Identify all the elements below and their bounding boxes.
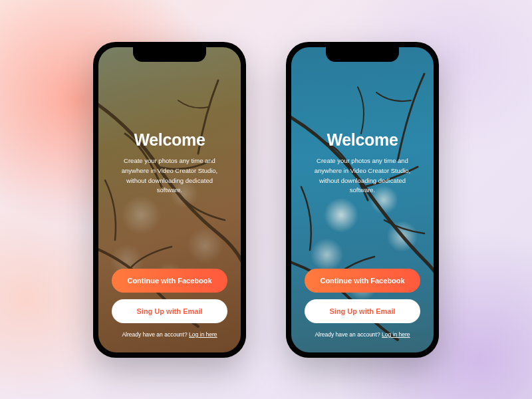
welcome-title: Welcome	[327, 130, 398, 150]
phone-notch	[326, 47, 399, 62]
login-link[interactable]: Log in here	[382, 331, 410, 338]
signup-email-button[interactable]: Sing Up with Email	[305, 299, 420, 323]
continue-facebook-button[interactable]: Continue with Facebook	[305, 269, 420, 293]
continue-facebook-button[interactable]: Continue with Facebook	[112, 269, 227, 293]
onboarding-screen-cool: Welcome Create your photos any time and …	[291, 47, 434, 352]
welcome-subtitle: Create your photos any time and anywhere…	[112, 156, 227, 196]
signup-email-button[interactable]: Sing Up with Email	[112, 299, 227, 323]
phone-notch	[133, 47, 206, 62]
login-prompt-text: Already have an account?	[315, 331, 382, 338]
login-prompt: Already have an account? Log in here	[315, 331, 410, 338]
login-prompt: Already have an account? Log in here	[122, 331, 217, 338]
mockup-stage: Welcome Create your photos any time and …	[0, 0, 532, 399]
welcome-title: Welcome	[134, 130, 205, 150]
phone-mockup-right: Welcome Create your photos any time and …	[286, 42, 439, 358]
onboarding-screen-warm: Welcome Create your photos any time and …	[98, 47, 241, 352]
welcome-subtitle: Create your photos any time and anywhere…	[305, 156, 420, 196]
login-link[interactable]: Log in here	[189, 331, 217, 338]
login-prompt-text: Already have an account?	[122, 331, 189, 338]
phone-mockup-left: Welcome Create your photos any time and …	[93, 42, 246, 358]
